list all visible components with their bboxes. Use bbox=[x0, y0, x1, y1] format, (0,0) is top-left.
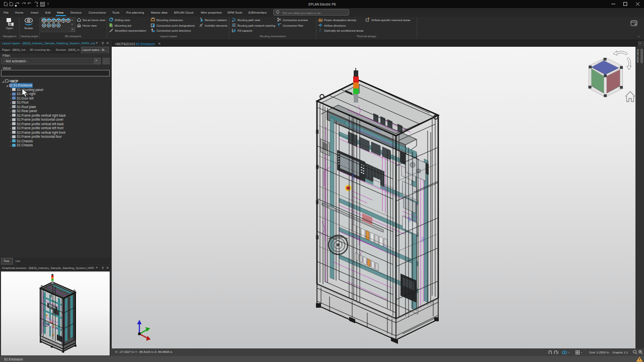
svg-text:-X201: -X201 bbox=[408, 216, 411, 223]
svg-text:-K301: -K301 bbox=[421, 236, 424, 243]
svg-text:-W101: -W101 bbox=[352, 173, 354, 180]
